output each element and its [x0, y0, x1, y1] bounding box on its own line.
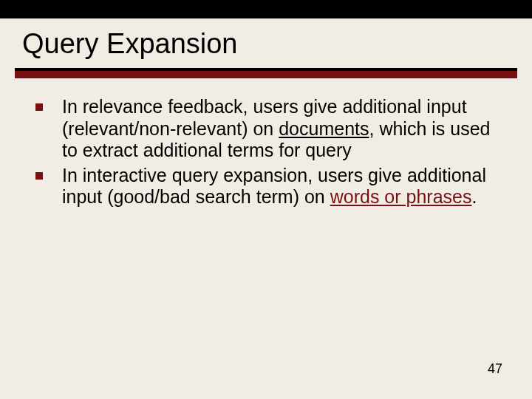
page-number: 47 [488, 361, 502, 377]
bullet-icon [35, 103, 43, 111]
bullet-text: In relevance feedback, users give additi… [62, 96, 508, 162]
bullet-text: In interactive query expansion, users gi… [62, 165, 508, 208]
list-item: In interactive query expansion, users gi… [35, 165, 508, 208]
slide: Query Expansion In relevance feedback, u… [0, 0, 532, 399]
text-post: . [471, 186, 477, 207]
slide-title: Query Expansion [22, 28, 238, 60]
underlined-term: documents [279, 118, 369, 139]
top-bar [0, 0, 532, 18]
content-area: In relevance feedback, users give additi… [35, 96, 508, 211]
bullet-icon [35, 172, 43, 180]
highlighted-term: words or phrases [330, 186, 472, 207]
list-item: In relevance feedback, users give additi… [35, 96, 508, 162]
title-rule-red [15, 71, 517, 78]
